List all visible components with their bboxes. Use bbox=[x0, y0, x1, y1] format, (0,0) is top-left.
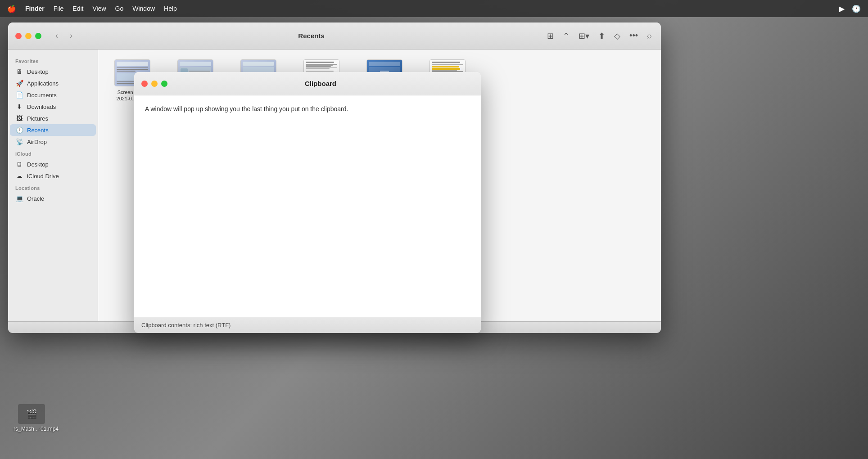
toolbar-right: ⊞ ⌃ ⊞▾ ⬆ ◇ ••• ⌕ bbox=[545, 29, 654, 43]
view-grid-button[interactable]: ⊞ bbox=[545, 29, 556, 43]
modal-maximize-button[interactable] bbox=[161, 81, 167, 87]
sidebar-label-pictures: Pictures bbox=[27, 115, 48, 122]
clipboard-modal[interactable]: Clipboard A window will pop up showing y… bbox=[134, 72, 481, 333]
sidebar-label-airdrop: AirDrop bbox=[27, 139, 47, 145]
desktop-file-label: rs_Mash...-01.mp4 bbox=[14, 426, 50, 432]
modal-traffic-lights bbox=[141, 81, 167, 87]
sidebar-label-documents: Documents bbox=[27, 92, 57, 99]
edit-menu[interactable]: Edit bbox=[72, 5, 83, 12]
tag-button[interactable]: ◇ bbox=[612, 29, 622, 43]
pictures-icon: 🖼 bbox=[15, 115, 23, 122]
clipboard-description: A window will pop up showing you the las… bbox=[145, 104, 470, 114]
applications-icon: 🚀 bbox=[15, 80, 23, 87]
clipboard-modal-body: A window will pop up showing you the las… bbox=[134, 95, 481, 317]
desktop-icon: 🖥 bbox=[15, 68, 23, 75]
traffic-lights bbox=[15, 33, 41, 39]
sidebar-label-recents: Recents bbox=[27, 127, 49, 134]
search-button[interactable]: ⌕ bbox=[645, 29, 654, 42]
view-menu[interactable]: View bbox=[92, 5, 106, 12]
go-menu[interactable]: Go bbox=[115, 5, 124, 12]
downloads-icon: ⬇ bbox=[15, 103, 23, 110]
favorites-section-label: Favorites bbox=[8, 55, 98, 66]
recents-icon: 🕐 bbox=[15, 126, 23, 134]
menubar: 🍎 Finder File Edit View Go Window Help ▶… bbox=[0, 0, 868, 17]
sidebar-item-recents[interactable]: 🕐 Recents bbox=[10, 124, 96, 136]
locations-section-label: Locations bbox=[8, 182, 98, 193]
close-button[interactable] bbox=[15, 33, 22, 39]
maximize-button[interactable] bbox=[35, 33, 41, 39]
clipboard-contents-label: Clipboard contents: rich text (RTF) bbox=[141, 322, 231, 328]
sidebar-label-icloud-desktop: Desktop bbox=[27, 161, 49, 168]
sidebar-item-airdrop[interactable]: 📡 AirDrop bbox=[10, 136, 96, 148]
airdrop-icon: 📡 bbox=[15, 138, 23, 145]
sidebar-item-oracle[interactable]: 💻 Oracle bbox=[10, 193, 96, 204]
forward-button[interactable]: › bbox=[65, 30, 77, 42]
modal-close-button[interactable] bbox=[141, 81, 148, 87]
sidebar-label-downloads: Downloads bbox=[27, 104, 56, 110]
desktop-file[interactable]: 🎬 rs_Mash...-01.mp4 bbox=[14, 404, 50, 432]
group-button[interactable]: ⊞▾ bbox=[577, 29, 591, 43]
sidebar-label-applications: Applications bbox=[27, 80, 59, 87]
sidebar-item-desktop[interactable]: 🖥 Desktop bbox=[10, 66, 96, 77]
play-icon[interactable]: ▶ bbox=[839, 4, 845, 13]
icloud-desktop-icon: 🖥 bbox=[15, 161, 23, 168]
window-menu[interactable]: Window bbox=[132, 5, 155, 12]
icloud-section-label: iCloud bbox=[8, 148, 98, 158]
icloud-drive-icon: ☁ bbox=[15, 172, 23, 180]
modal-minimize-button[interactable] bbox=[151, 81, 158, 87]
clock-icon[interactable]: 🕐 bbox=[852, 4, 861, 13]
sidebar-item-applications[interactable]: 🚀 Applications bbox=[10, 77, 96, 89]
sidebar-item-pictures[interactable]: 🖼 Pictures bbox=[10, 112, 96, 124]
clipboard-title: Clipboard bbox=[167, 80, 474, 87]
window-title: Recents bbox=[83, 32, 540, 40]
sidebar: Favorites 🖥 Desktop 🚀 Applications 📄 Doc… bbox=[8, 50, 98, 321]
back-button[interactable]: ‹ bbox=[50, 30, 63, 42]
share-button[interactable]: ⬆ bbox=[597, 29, 607, 43]
modal-titlebar: Clipboard bbox=[134, 72, 481, 95]
sidebar-label-icloud-drive: iCloud Drive bbox=[27, 173, 59, 180]
more-button[interactable]: ••• bbox=[628, 29, 640, 42]
documents-icon: 📄 bbox=[15, 91, 23, 99]
minimize-button[interactable] bbox=[25, 33, 32, 39]
clipboard-footer: Clipboard contents: rich text (RTF) bbox=[134, 317, 481, 333]
sidebar-item-icloud-desktop[interactable]: 🖥 Desktop bbox=[10, 158, 96, 170]
desktop-file-icon: 🎬 bbox=[18, 404, 45, 424]
apple-menu[interactable]: 🍎 bbox=[7, 4, 16, 13]
menubar-right: ▶ 🕐 bbox=[839, 4, 861, 13]
help-menu[interactable]: Help bbox=[164, 5, 177, 12]
nav-buttons: ‹ › bbox=[50, 30, 77, 42]
sidebar-item-downloads[interactable]: ⬇ Downloads bbox=[10, 101, 96, 112]
file-menu[interactable]: File bbox=[54, 5, 64, 12]
sidebar-label-oracle: Oracle bbox=[27, 195, 44, 202]
oracle-icon: 💻 bbox=[15, 195, 23, 202]
view-options-button[interactable]: ⌃ bbox=[561, 29, 571, 43]
sidebar-item-documents[interactable]: 📄 Documents bbox=[10, 89, 96, 101]
finder-menu-app[interactable]: Finder bbox=[25, 5, 45, 12]
finder-toolbar: ‹ › Recents ⊞ ⌃ ⊞▾ ⬆ ◇ ••• ⌕ bbox=[8, 22, 661, 50]
sidebar-item-icloud-drive[interactable]: ☁ iCloud Drive bbox=[10, 170, 96, 182]
sidebar-label-desktop: Desktop bbox=[27, 68, 49, 75]
